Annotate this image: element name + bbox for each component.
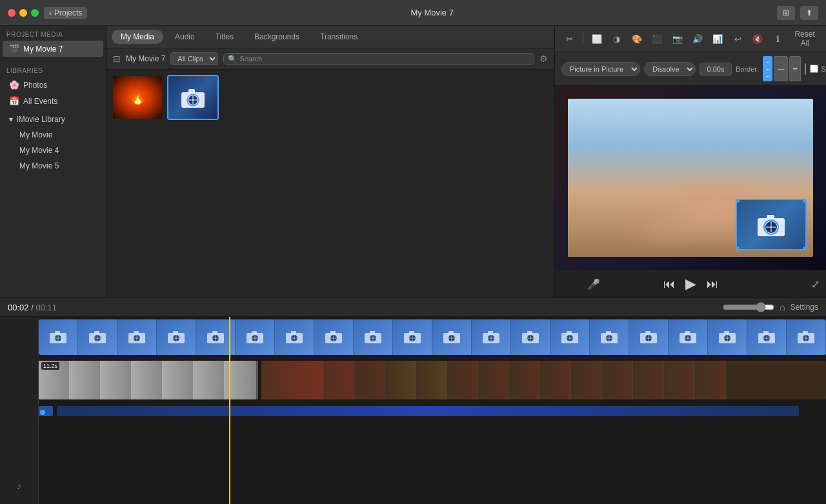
sidebar-item-my-movie-5[interactable]: My Movie 5 bbox=[13, 158, 103, 174]
timecode-display: 00:02 / 00:11 bbox=[8, 303, 57, 312]
track-frame bbox=[602, 361, 633, 399]
sidebar-item-all-events-label: All Events bbox=[23, 97, 57, 106]
microphone-button[interactable]: 🎤 bbox=[587, 278, 600, 290]
track-frame bbox=[571, 361, 602, 399]
sidebar-toggle-button[interactable]: ⊟ bbox=[113, 54, 121, 64]
effect-toolbar: Picture in Picture Dissolve Border: --- … bbox=[555, 52, 826, 86]
equalizer-button[interactable]: 📊 bbox=[709, 30, 725, 47]
audio-segment-1 bbox=[39, 406, 53, 416]
gear-button[interactable]: ⚙ bbox=[539, 54, 548, 64]
border-style-dashed-button[interactable]: --- bbox=[763, 56, 772, 81]
preview-background bbox=[555, 86, 826, 270]
border-buttons: --- — ━ bbox=[763, 56, 801, 81]
svg-rect-105 bbox=[645, 331, 650, 334]
preview-area bbox=[555, 86, 826, 270]
audio-track bbox=[39, 406, 826, 416]
sidebar-item-imovie-library[interactable]: ▾ iMovie Library bbox=[3, 112, 103, 127]
video-frame bbox=[78, 319, 117, 355]
sidebar-item-all-events[interactable]: 📅 All Events bbox=[3, 93, 103, 109]
tab-my-media[interactable]: My Media bbox=[112, 30, 163, 44]
media-browser-title: My Movie 7 bbox=[126, 54, 165, 63]
svg-rect-129 bbox=[803, 331, 808, 334]
imovie-library-section: ▾ iMovie Library My Movie My Movie 4 My … bbox=[0, 112, 106, 174]
track-frame bbox=[385, 361, 416, 399]
crop-tool-button[interactable]: ⬛ bbox=[649, 30, 665, 47]
share-button[interactable]: ⬆ bbox=[800, 6, 818, 20]
back-to-projects-button[interactable]: ‹ Projects bbox=[44, 7, 87, 19]
zoom-slider[interactable] bbox=[723, 302, 774, 312]
main-track-frames-2 bbox=[261, 361, 726, 399]
transform-tool-button[interactable]: ✂ bbox=[561, 30, 578, 47]
track-frame bbox=[695, 361, 726, 399]
media-browser-header: ⊟ My Movie 7 All Clips 🔍 ⚙ bbox=[106, 48, 554, 70]
fullscreen-button[interactable] bbox=[31, 9, 39, 17]
tab-audio[interactable]: Audio bbox=[166, 30, 204, 44]
border-color-picker[interactable] bbox=[805, 63, 806, 75]
add-music-button[interactable]: ♪ bbox=[17, 481, 21, 491]
traffic-lights bbox=[8, 9, 39, 17]
svg-rect-57 bbox=[330, 331, 336, 334]
my-movie-label: My Movie bbox=[19, 130, 52, 139]
view-toggle-button[interactable]: ⊞ bbox=[777, 6, 795, 20]
playhead[interactable] bbox=[229, 317, 230, 504]
sidebar-item-photos[interactable]: 🌸 Photos bbox=[3, 77, 103, 93]
track-frame bbox=[354, 361, 385, 399]
reset-all-button[interactable]: Reset All bbox=[790, 30, 820, 48]
info-button[interactable]: ℹ bbox=[770, 30, 786, 47]
pip-handle-br[interactable] bbox=[803, 247, 807, 250]
right-panel: ✂ ⬜ ◑ 🎨 ⬛ 📷 🔊 📊 ↩ 🔇 ℹ Reset All Picture … bbox=[555, 26, 826, 297]
volume-button[interactable]: 🔊 bbox=[689, 30, 705, 47]
my-movie-4-label: My Movie 4 bbox=[19, 146, 59, 155]
library-children: My Movie My Movie 4 My Movie 5 bbox=[0, 127, 106, 174]
settings-label: Settings bbox=[791, 303, 818, 312]
timeline-header: 00:02 / 00:11 ⌂ Settings bbox=[0, 298, 826, 317]
clips-filter-select[interactable]: All Clips bbox=[170, 52, 218, 65]
track-frame bbox=[509, 361, 540, 399]
noise-reduction-button[interactable]: 🔇 bbox=[750, 30, 766, 47]
speed-button[interactable]: ↩ bbox=[729, 30, 745, 47]
settings-button[interactable]: Settings bbox=[791, 303, 818, 312]
color-balance-button[interactable]: 🎨 bbox=[629, 30, 645, 47]
tab-backgrounds[interactable]: Backgrounds bbox=[245, 30, 308, 44]
video-frame bbox=[354, 319, 393, 355]
sidebar-item-my-movie-4[interactable]: My Movie 4 bbox=[13, 143, 103, 158]
fullscreen-expand-button[interactable]: ⤢ bbox=[811, 278, 820, 290]
minimize-button[interactable] bbox=[19, 9, 27, 17]
border-style-thin-button[interactable]: — bbox=[774, 56, 788, 81]
sidebar-item-my-movie-7[interactable]: 🎬 My Movie 7 bbox=[3, 41, 103, 57]
transition-select[interactable]: Dissolve bbox=[644, 62, 696, 76]
sidebar-item-my-movie[interactable]: My Movie bbox=[13, 127, 103, 143]
stabilization-button[interactable]: 📷 bbox=[669, 30, 685, 47]
search-box: 🔍 bbox=[223, 53, 534, 65]
video-frame bbox=[511, 319, 550, 355]
media-thumb-2[interactable] bbox=[167, 75, 219, 120]
skip-forward-button[interactable]: ⏭ bbox=[707, 277, 718, 291]
effect-select[interactable]: Picture in Picture bbox=[561, 62, 640, 76]
media-thumb-1[interactable]: 🔥 bbox=[112, 75, 163, 120]
shadow-checkbox[interactable] bbox=[810, 65, 818, 73]
video-frame bbox=[629, 319, 669, 355]
tab-transitions[interactable]: Transitions bbox=[311, 30, 367, 44]
svg-rect-27 bbox=[134, 331, 139, 334]
border-label: Border: bbox=[736, 65, 759, 73]
search-input[interactable] bbox=[239, 55, 530, 63]
pip-handle-bl[interactable] bbox=[736, 247, 740, 250]
video-frame bbox=[432, 319, 472, 355]
duration-input[interactable] bbox=[700, 63, 732, 76]
pip-overlay[interactable] bbox=[736, 199, 807, 250]
border-style-thick-button[interactable]: ━ bbox=[789, 56, 801, 81]
close-button[interactable] bbox=[8, 9, 15, 17]
color-correction-button[interactable]: ◑ bbox=[609, 30, 625, 47]
track-frame bbox=[261, 361, 292, 399]
crop-button[interactable]: ⬜ bbox=[589, 30, 605, 47]
skip-back-button[interactable]: ⏮ bbox=[663, 277, 675, 291]
play-pause-button[interactable]: ▶ bbox=[685, 276, 696, 292]
current-timecode: 00:02 bbox=[8, 303, 29, 312]
playhead-indicator bbox=[225, 317, 234, 318]
pip-handle-tr[interactable] bbox=[803, 199, 807, 203]
my-movie-5-label: My Movie 5 bbox=[19, 161, 59, 170]
tab-titles[interactable]: Titles bbox=[206, 30, 243, 44]
search-icon: 🔍 bbox=[228, 55, 237, 63]
video-frame bbox=[669, 319, 708, 355]
libraries-label: LIBRARIES bbox=[0, 62, 106, 77]
